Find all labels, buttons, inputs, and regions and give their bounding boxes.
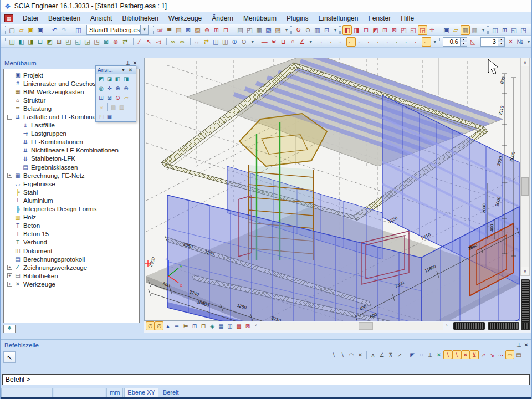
toolbar-overflow-icon-3[interactable]: ▾ — [481, 28, 485, 33]
scroll-right-icon[interactable]: › — [443, 322, 451, 330]
save-icon[interactable]: ▣ — [35, 25, 45, 35]
close-window-icon[interactable]: ◫ — [74, 25, 83, 35]
section-stretch-icon[interactable]: ◱ — [73, 37, 83, 47]
dim-bracket-icon[interactable]: ⊔ — [279, 37, 288, 47]
axon-4-icon[interactable]: ◨ — [122, 75, 130, 83]
snap-angle-icon[interactable]: ∧ — [369, 350, 377, 359]
tree-beton15[interactable]: T Beton 15 — [4, 230, 139, 238]
document-note-icon[interactable]: ▨ — [273, 25, 283, 35]
menu-einstellungen[interactable]: Einstellungen — [313, 13, 363, 24]
tree-bibliotheken[interactable]: + ▤ Bibliotheken — [4, 272, 139, 280]
spinner-up-icon[interactable]: ▴ — [461, 38, 467, 42]
dim-circle-icon[interactable]: ○ — [288, 37, 298, 47]
model-line-icon[interactable]: ∕ — [135, 37, 144, 47]
snap-arc-icon[interactable]: ◠ — [347, 350, 356, 359]
tree-tab[interactable]: ❖ — [3, 325, 16, 333]
tree-aluminium[interactable]: Ι Aluminium — [4, 196, 139, 204]
section-trim-icon[interactable]: ◲ — [83, 37, 92, 47]
menu-fenster[interactable]: Fenster — [363, 13, 396, 24]
group-remove-icon[interactable]: ⊖ — [239, 37, 249, 47]
grid-line-icon[interactable]: ⊥ — [426, 350, 434, 359]
spinner-down-icon[interactable]: ▾ — [498, 42, 504, 46]
rotate-roller-b[interactable] — [488, 322, 519, 330]
cursor-mode-button[interactable]: ↖ — [3, 351, 16, 363]
recalculate-icon[interactable]: ↻ — [294, 25, 303, 35]
vertical-scrollbar[interactable]: ∧ ∨ — [520, 58, 530, 276]
undo-icon[interactable]: ↶ — [50, 25, 59, 35]
menu-ansicht[interactable]: Ansicht — [85, 13, 117, 24]
snap-ortho-on-icon[interactable]: ⊻ — [470, 350, 479, 359]
corner-11-icon[interactable]: ⌐ — [412, 37, 422, 47]
load-node-icon[interactable]: ⊞ — [380, 25, 390, 35]
spinner-down-icon[interactable]: ▾ — [461, 42, 467, 46]
tree-lf-kombinationen[interactable]: ⇊ LF-Kombinationen — [4, 138, 139, 146]
view-z-icon[interactable]: ◎ — [97, 84, 105, 93]
calculator-icon[interactable]: ▦ — [254, 25, 264, 35]
support-icon[interactable]: ◩ — [371, 25, 380, 35]
paste-small-icon[interactable]: ◫ — [211, 37, 221, 47]
frame-y-icon[interactable]: ⊟ — [221, 25, 231, 35]
member-check-icon[interactable]: ⊡ — [322, 25, 331, 35]
model-plane-icon[interactable]: ◅ — [154, 37, 163, 47]
beam-delete-icon[interactable]: ◱ — [408, 25, 418, 35]
picture-load-icon[interactable]: ▤ — [109, 103, 117, 111]
tree-dokument[interactable]: ◫ Dokument — [4, 247, 139, 255]
snap-midpoint-icon[interactable]: ∖ — [338, 350, 347, 359]
axon-2-icon[interactable]: ◪ — [105, 75, 114, 83]
count-spinner[interactable]: 3▴▾ — [480, 37, 505, 47]
fe-mesh-icon[interactable]: ▦ — [217, 321, 226, 330]
beam-curve-icon[interactable]: ◰ — [399, 25, 408, 35]
status-units[interactable]: mm — [106, 388, 123, 397]
section-split-icon[interactable]: ⊞ — [54, 37, 64, 47]
view-edit-icon[interactable]: ▩ — [234, 321, 243, 330]
zoom-out-icon[interactable]: ⊖ — [122, 84, 130, 93]
toolbar-overflow-icon-6[interactable]: ▾ — [309, 39, 313, 44]
view-params-icon[interactable]: ◫ — [226, 321, 234, 330]
angle-dim-icon[interactable]: ✕ — [506, 37, 515, 47]
view-saved-icon[interactable]: ▱ — [122, 94, 130, 102]
snap-arcpoint-icon[interactable]: ↗ — [395, 350, 404, 359]
view-open-icon[interactable]: ▱ — [451, 25, 461, 35]
print-preview-icon[interactable]: ◰ — [245, 25, 254, 35]
toolbar-overflow-icon[interactable]: ▾ — [284, 28, 289, 33]
menu-plugins[interactable]: Plugins — [282, 13, 313, 24]
view-settings-icon[interactable]: ▦ — [105, 112, 114, 121]
corner-2-icon[interactable]: ⌐ — [328, 37, 337, 47]
tree-ergebnisklassen[interactable]: ▤ Ergebnisklassen — [4, 163, 139, 171]
corner-3-icon[interactable]: ⌐ — [337, 37, 346, 47]
menu-werkzeuge[interactable]: Werkzeuge — [163, 13, 207, 24]
table-icon[interactable]: ▤ — [514, 350, 523, 359]
open-icon[interactable]: ▱ — [17, 25, 26, 35]
units-icon[interactable]: ㎠ — [155, 25, 165, 35]
label-flag-icon[interactable]: ⊨ — [181, 321, 190, 330]
ruler-icon[interactable]: ▭ — [505, 350, 514, 359]
move-center-icon[interactable]: ✛ — [427, 25, 437, 35]
snap-perp-icon[interactable]: ⊼ — [386, 350, 395, 359]
spinner-up-icon[interactable]: ▴ — [498, 38, 504, 42]
project-wheel-icon[interactable]: ⊛ — [202, 25, 212, 35]
scale-spinner[interactable]: 0.6▴▾ — [443, 37, 467, 47]
load-display-icon[interactable]: ≣ — [172, 321, 181, 330]
toolbar-overflow-icon-5[interactable]: ▾ — [250, 39, 255, 44]
copy-sub-icon[interactable]: ◳ — [519, 25, 528, 35]
dim-equal-icon[interactable]: ≍ — [269, 37, 279, 47]
node-select-icon[interactable]: ◧ — [342, 25, 352, 35]
copy-props-icon[interactable]: ◫ — [490, 25, 500, 35]
vertical-scroll-thumb[interactable] — [521, 177, 529, 196]
link-b-icon[interactable]: ⇄ — [202, 37, 211, 47]
result-chart-icon[interactable]: ▥ — [313, 25, 322, 35]
frame-x-icon[interactable]: ⊞ — [212, 25, 221, 35]
viewport[interactable]: 600 2113 3000 2000 8000 2000 400 2710 12… — [144, 58, 531, 333]
corner-9-icon[interactable]: ⌐ — [393, 37, 403, 47]
corner-12-icon[interactable]: ⌐ — [422, 37, 431, 47]
paste-props-icon[interactable]: ⊞ — [500, 25, 509, 35]
zoom-all-icon[interactable]: ⊠ — [105, 94, 114, 102]
roller-corner[interactable] — [522, 322, 530, 330]
tree-berechnung[interactable]: + ▦ Berechnung, FE-Netz — [4, 171, 139, 180]
dim-angle-icon[interactable]: ∠ — [298, 37, 307, 47]
scroll-down-icon[interactable]: ∨ — [521, 267, 529, 275]
snap-ext-icon[interactable]: ↗ — [479, 350, 488, 359]
corner-1-icon[interactable]: ⌐ — [318, 37, 328, 47]
node-icon[interactable]: ◨ — [352, 25, 361, 35]
camera-a-icon[interactable]: ▦ — [461, 25, 470, 35]
